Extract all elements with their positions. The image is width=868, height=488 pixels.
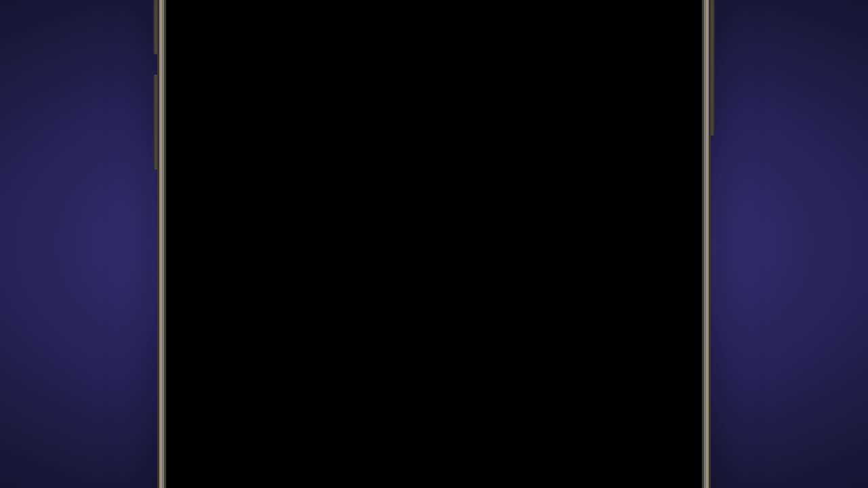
phone-screen: App Explanation: WaterMinder will read/w… xyxy=(166,0,702,488)
side-button-volume-down xyxy=(153,75,159,169)
phone-frame: App Explanation: WaterMinder will read/w… xyxy=(166,0,702,488)
side-button-volume-up xyxy=(153,0,159,54)
side-button-power xyxy=(709,0,715,136)
